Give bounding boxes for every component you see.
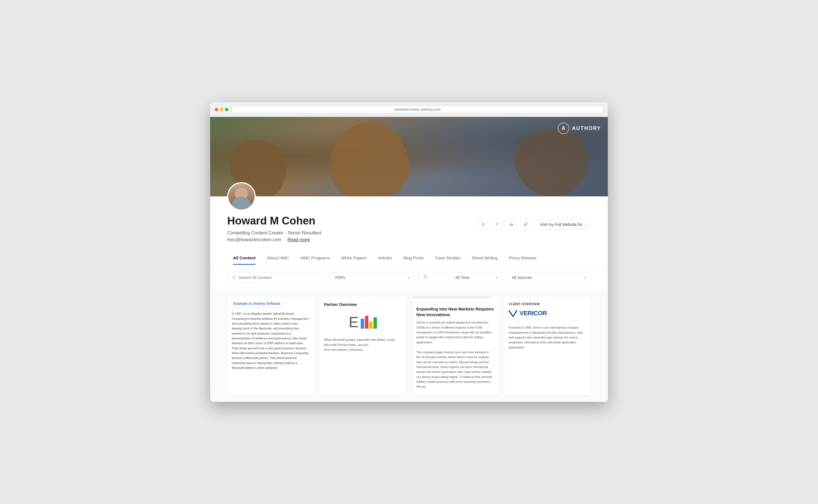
tab-press-release[interactable]: Press Release — [503, 251, 542, 265]
vericor-chevron-icon — [509, 310, 517, 317]
card-expanding-title: Expanding Into New Markets Requires New … — [416, 306, 494, 317]
visit-website-button[interactable]: Visit my Full Website for... — [534, 219, 591, 230]
sources-filter-label: All Sources — [512, 275, 532, 280]
svg-point-0 — [233, 276, 236, 279]
read-more-link[interactable]: Read more — [288, 237, 310, 242]
card-expanding[interactable]: Expanding Into New Markets Requires New … — [412, 297, 498, 395]
tab-white-papers[interactable]: White Papers — [335, 251, 372, 265]
card-partner-top: Partner Overview E — [320, 297, 406, 337]
minimize-dot[interactable] — [220, 108, 223, 111]
profile-tagline: Compelling Content Creator - Senior Resu… — [227, 230, 591, 236]
bar-3 — [369, 322, 373, 329]
bar-1 — [361, 319, 364, 329]
vericor-label: CLIENT OVERVIEW — [509, 302, 586, 306]
filters-section: PDFs ▾ All Time ▾ All Sources ▾ — [210, 265, 608, 290]
card-partner-text1: When Microsoft speaks, especially with d… — [324, 337, 402, 347]
maximize-dot[interactable] — [225, 108, 229, 111]
tab-articles[interactable]: Articles — [372, 251, 398, 265]
twitter-icon[interactable]: 𝕏 — [477, 219, 488, 230]
calendar-icon — [423, 275, 427, 280]
browser-chrome: howardmcohen.authory.com — [210, 102, 608, 117]
card-jewelry-body: In 1997, a Los Angeles jeweler asked Bus… — [227, 297, 314, 375]
card-expanding-text1: Vericor is primarily an original equipme… — [416, 320, 494, 345]
card-jewelry-text: In 1997, a Los Angeles jeweler asked Bus… — [232, 311, 309, 370]
profile-email: hmc@howardmcohen.com — [227, 237, 282, 242]
authory-logo-text: AUTHORY — [572, 125, 601, 131]
avatar-wrapper — [227, 182, 256, 211]
tab-all-content[interactable]: All Content — [227, 251, 261, 265]
card-vericor[interactable]: CLIENT OVERVIEW VERICOR Founded in 1999,… — [504, 297, 591, 395]
url-bar[interactable]: howardmcohen.authory.com — [232, 106, 603, 113]
card-expanding-body: Expanding Into New Markets Requires New … — [412, 301, 498, 395]
svg-rect-1 — [424, 276, 427, 279]
link-icon[interactable] — [520, 219, 531, 230]
tab-case-studies[interactable]: Case Studies — [429, 251, 466, 265]
pdf-filter-label: PDFs — [335, 275, 345, 280]
tabs-list: All Content About HMC HMC Programs White… — [227, 251, 591, 265]
content-area: Example of Jewelry Software In 1997, a L… — [210, 290, 608, 402]
cover-image: A AUTHORY — [210, 117, 608, 196]
card-jewelry-title-overlay: Example of Jewelry Software — [231, 300, 283, 307]
tab-hmc-programs[interactable]: HMC Programs — [295, 251, 335, 265]
pdf-filter-dropdown[interactable]: PDFs ▾ — [330, 272, 414, 283]
card-partner-text2: One such partner is Business — [324, 347, 402, 352]
time-filter-label: All Time — [455, 275, 469, 280]
card-jewelry[interactable]: Example of Jewelry Software In 1997, a L… — [227, 297, 314, 395]
sources-filter-dropdown[interactable]: All Sources ▾ — [507, 272, 591, 283]
search-input[interactable] — [239, 275, 321, 280]
avatar-body — [232, 197, 251, 209]
card-partner-title: Partner Overview — [324, 302, 402, 307]
avatar-person-image — [229, 183, 255, 209]
profile-section: Howard M Cohen Compelling Content Creato… — [210, 196, 608, 251]
vericor-logo-text: VERICOR — [519, 310, 547, 317]
card-top-bar — [412, 297, 490, 298]
vericor-body: Founded in 1999, Vericor is an internati… — [509, 325, 586, 350]
close-dot[interactable] — [215, 108, 218, 111]
time-filter-dropdown[interactable]: All Time ▾ — [419, 272, 502, 283]
tabs-section: All Content About HMC HMC Programs White… — [210, 251, 608, 265]
browser-dots — [215, 108, 229, 111]
profile-contact: hmc@howardmcohen.com - Read more — [227, 237, 591, 242]
avatar — [227, 182, 256, 211]
authory-logo: A AUTHORY — [558, 123, 601, 134]
social-row: 𝕏 f in Visit my Full Website for... — [477, 219, 591, 230]
card-partner-body: When Microsoft speaks, especially with d… — [320, 337, 406, 357]
tab-blog-posts[interactable]: Blog Posts — [398, 251, 429, 265]
partner-bar-chart — [361, 316, 377, 329]
search-icon — [232, 275, 236, 280]
bar-4 — [374, 317, 377, 329]
partner-icon-area: E — [324, 311, 402, 333]
partner-e-letter: E — [349, 315, 359, 329]
chevron-down-icon: ▾ — [584, 276, 586, 280]
card-expanding-text2: The company began finding more and more … — [416, 350, 494, 389]
browser-window: howardmcohen.authory.com A AUTHORY Howar… — [210, 102, 608, 402]
authory-logo-circle: A — [558, 123, 569, 134]
facebook-icon[interactable]: f — [492, 219, 502, 230]
contact-separator: - — [284, 237, 285, 242]
tab-about-hmc[interactable]: About HMC — [261, 251, 295, 265]
search-box[interactable] — [227, 272, 326, 283]
bar-2 — [365, 316, 368, 329]
linkedin-icon[interactable]: in — [506, 219, 517, 230]
vericor-logo-area: VERICOR — [509, 310, 586, 321]
tab-ghost-writing[interactable]: Ghost Writing — [466, 251, 503, 265]
chevron-down-icon: ▾ — [496, 276, 498, 280]
chevron-down-icon: ▾ — [408, 276, 409, 280]
card-partner[interactable]: Partner Overview E When Microsoft speaks… — [320, 297, 406, 395]
